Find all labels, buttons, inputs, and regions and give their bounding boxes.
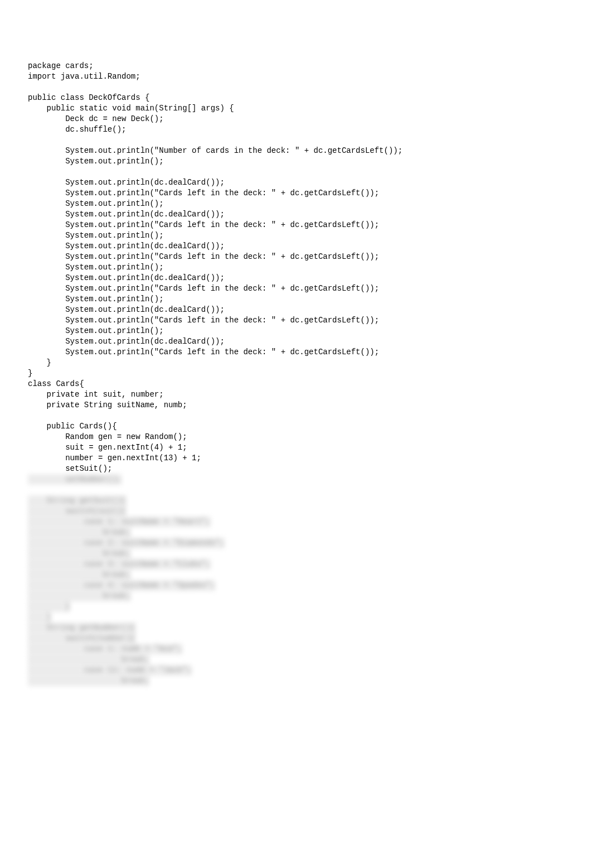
blurred-code-line: break; [28, 654, 149, 665]
code-line: System.out.println(dc.dealCard()); [28, 273, 225, 282]
blurred-code-line: case 1: numb = "Ace"; [28, 644, 182, 654]
code-line: } [28, 358, 51, 367]
code-line: System.out.println("Cards left in the de… [28, 316, 379, 325]
blurred-code-line: break; [28, 570, 131, 580]
code-line: System.out.println(); [28, 231, 164, 240]
blurred-code-line: case 3: suitName = "Clubs"; [28, 559, 211, 570]
code-line: number = gen.nextInt(13) + 1; [28, 454, 201, 462]
code-line: import java.util.Random; [28, 72, 140, 81]
code-line: System.out.println(dc.dealCard()); [28, 242, 225, 250]
code-line: System.out.println(dc.dealCard()); [28, 210, 225, 219]
code-line: System.out.println("Cards left in the de… [28, 284, 379, 293]
blurred-code-line: break; [28, 676, 149, 686]
blurred-code-line: break; [28, 548, 131, 559]
code-line: System.out.println("Cards left in the de… [28, 348, 379, 356]
blurred-code-line: case 11: numb = "Jack"; [28, 665, 192, 676]
code-line: System.out.println("Cards left in the de… [28, 252, 379, 261]
code-line: Deck dc = new Deck(); [28, 114, 164, 123]
code-line: package cards; [28, 61, 94, 70]
code-line: public Cards(){ [28, 422, 117, 431]
code-line: System.out.println(dc.dealCard()); [28, 178, 225, 187]
code-line: System.out.println("Cards left in the de… [28, 220, 379, 229]
blurred-code-line: case 1: suitName = "Heart"; [28, 517, 211, 527]
code-line: private String suitName, numb; [28, 401, 187, 409]
blurred-code-line: case 2: suitName = "Diamonds"; [28, 538, 225, 548]
code-line: private int suit, number; [28, 390, 164, 399]
blurred-code-line: } [28, 601, 70, 612]
code-line: System.out.println("Cards left in the de… [28, 189, 379, 197]
blurred-code-line: } [28, 612, 51, 623]
code-line: setSuit(); [28, 464, 112, 473]
code-line: System.out.println(); [28, 199, 164, 208]
blurred-code-line: break; [28, 527, 131, 538]
code-line: class Cards{ [28, 379, 84, 388]
blurred-code-line: switch(number){ [28, 633, 135, 644]
code-line: public class DeckOfCards { [28, 93, 149, 102]
blurred-code-line: String getSuit(){ [28, 495, 126, 506]
blurred-code-line: case 4: suitName = "Spades"; [28, 580, 215, 591]
code-document: package cards; import java.util.Random; … [0, 0, 592, 714]
blurred-code-line: setNumber(); [28, 474, 122, 485]
code-line: System.out.println(); [28, 263, 164, 272]
code-line: System.out.println(dc.dealCard()); [28, 337, 225, 346]
code-line: System.out.println(); [28, 326, 164, 335]
code-line: dc.shuffle(); [28, 125, 126, 134]
blurred-code-line: String getNumber(){ [28, 623, 135, 633]
code-line: public static void main(String[] args) { [28, 104, 234, 113]
blurred-code-line: break; [28, 591, 131, 601]
code-line: System.out.println(); [28, 157, 164, 166]
code-line: } [28, 369, 32, 378]
code-line: Random gen = new Random(); [28, 432, 187, 441]
code-line: suit = gen.nextInt(4) + 1; [28, 443, 187, 452]
code-line: System.out.println("Number of cards in t… [28, 146, 402, 155]
code-line: System.out.println(); [28, 295, 164, 303]
code-line: System.out.println(dc.dealCard()); [28, 305, 225, 314]
blurred-code-line: switch(suit){ [28, 506, 126, 517]
